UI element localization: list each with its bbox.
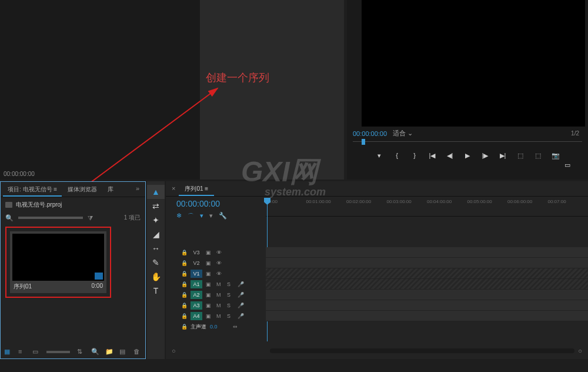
toggle-output-icon[interactable]: ▣ — [206, 271, 213, 277]
track-lane[interactable] — [266, 258, 588, 268]
type-tool-icon[interactable]: T — [147, 284, 165, 298]
fullscreen-icon[interactable]: ▭ — [564, 161, 570, 169]
toggle-output-icon[interactable]: ▣ — [206, 313, 213, 319]
settings-icon[interactable]: ▾ — [209, 212, 213, 221]
toggle-output-icon[interactable]: ▣ — [206, 303, 213, 308]
timeline-timecode[interactable]: 00:00:00:00 — [176, 199, 220, 208]
lock-icon[interactable]: 🔒 — [181, 260, 187, 266]
find-icon[interactable]: 🔍 — [91, 348, 99, 356]
track-header-a2[interactable]: 🔒A2▣MS🎤 — [166, 290, 266, 300]
linked-selection-icon[interactable]: ⌒ — [188, 212, 194, 221]
lock-icon[interactable]: 🔒 — [181, 303, 187, 308]
master-track[interactable]: 🔒主声道0.0⇔ — [166, 321, 266, 332]
track-lane[interactable] — [266, 268, 588, 279]
track-lane[interactable] — [266, 247, 588, 258]
track-header-v1[interactable]: 🔒V1▣👁 — [166, 268, 266, 279]
step-back-icon[interactable]: ◀| — [445, 151, 455, 160]
eye-icon[interactable]: 👁 — [216, 271, 223, 277]
in-point-icon[interactable]: { — [392, 151, 402, 160]
lock-icon[interactable]: 🔒 — [181, 324, 187, 330]
out-point-icon[interactable]: } — [410, 151, 419, 160]
solo-button[interactable]: S — [227, 303, 234, 308]
lock-icon[interactable]: 🔒 — [181, 271, 187, 277]
snap-icon[interactable]: ❄ — [176, 212, 182, 221]
toggle-output-icon[interactable]: ▣ — [206, 250, 213, 255]
track-header-a1[interactable]: 🔒A1▣MS🎤 — [166, 279, 266, 290]
sort-icon[interactable]: ⇅ — [77, 348, 85, 356]
zoom-dropdown[interactable]: 适合 ⌄ — [393, 129, 413, 138]
voice-icon[interactable]: 🎤 — [238, 313, 245, 319]
lift-icon[interactable]: ⬚ — [516, 151, 525, 160]
solo-button[interactable]: S — [227, 313, 234, 319]
filter-bar-icon[interactable] — [18, 217, 83, 219]
go-in-icon[interactable]: |◀ — [427, 151, 437, 160]
step-forward-icon[interactable]: |▶ — [480, 151, 490, 160]
new-item-icon[interactable]: ▤ — [119, 348, 128, 356]
track-lane[interactable] — [266, 300, 588, 311]
solo-button[interactable]: S — [227, 281, 234, 287]
track-header-a3[interactable]: 🔒A3▣MS🎤 — [166, 300, 266, 311]
zoom-in-icon[interactable]: ○ — [578, 347, 582, 354]
toggle-output-icon[interactable]: ▣ — [206, 281, 213, 287]
mute-button[interactable]: M — [216, 292, 223, 298]
view-freeform-icon[interactable]: ▭ — [32, 348, 41, 356]
view-thumbnail-icon[interactable]: ▦ — [4, 348, 12, 356]
zoom-out-icon[interactable]: ○ — [172, 347, 176, 354]
play-icon[interactable]: ▶ — [463, 151, 472, 160]
eye-icon[interactable]: 👁 — [216, 260, 223, 266]
mute-button[interactable]: M — [216, 281, 223, 287]
voice-icon[interactable]: 🎤 — [238, 281, 245, 287]
track-header-v2[interactable]: 🔒V2▣👁 — [166, 258, 266, 268]
markers-icon[interactable]: ▾ — [200, 212, 203, 221]
slip-tool-icon[interactable]: ↔ — [147, 241, 165, 255]
mute-button[interactable]: M — [216, 303, 223, 308]
playhead-marker[interactable] — [362, 139, 365, 145]
marker-icon[interactable]: ▾ — [375, 151, 384, 160]
search-icon[interactable]: 🔍 — [5, 214, 14, 222]
selection-tool-icon[interactable]: ▲ — [147, 185, 165, 199]
program-scrubber[interactable] — [353, 141, 582, 146]
track-lanes[interactable] — [266, 247, 588, 321]
toggle-output-icon[interactable]: ▣ — [206, 260, 213, 266]
track-lane[interactable] — [266, 290, 588, 300]
track-select-tool-icon[interactable]: ⇄ — [147, 199, 165, 213]
sequence-item[interactable]: 序列01 0:00 — [10, 231, 106, 293]
toggle-output-icon[interactable]: ▣ — [206, 292, 213, 298]
view-list-icon[interactable]: ≡ — [18, 348, 26, 356]
solo-button[interactable]: S — [227, 292, 234, 298]
extract-icon[interactable]: ⬚ — [533, 151, 543, 160]
pen-tool-icon[interactable]: ✎ — [147, 255, 165, 270]
track-lane[interactable] — [266, 279, 588, 290]
tab-library[interactable]: 库 — [103, 184, 118, 197]
razor-tool-icon[interactable]: ◢ — [147, 227, 165, 241]
lock-icon[interactable]: 🔒 — [181, 313, 187, 319]
wrench-icon[interactable]: 🔧 — [219, 212, 227, 221]
program-timecode[interactable]: 00:00:00:00 — [353, 130, 387, 137]
ripple-edit-tool-icon[interactable]: ✦ — [147, 213, 165, 227]
filter-icon[interactable]: ⧩ — [88, 214, 93, 222]
mute-button[interactable]: M — [216, 313, 223, 319]
export-frame-icon[interactable]: 📷 — [551, 151, 560, 160]
lock-icon[interactable]: 🔒 — [181, 281, 187, 287]
timeline-ruler[interactable]: 00:00 00:01:00:00 00:02:00:00 00:03:00:0… — [266, 199, 588, 217]
lock-icon[interactable]: 🔒 — [181, 292, 187, 298]
go-out-icon[interactable]: ▶| — [498, 151, 507, 160]
tab-sequence[interactable]: 序列01 ≡ — [179, 183, 214, 196]
voice-icon[interactable]: 🎤 — [238, 292, 245, 298]
tab-overflow-icon[interactable]: » — [132, 184, 143, 197]
track-lane[interactable] — [266, 311, 588, 321]
track-header-v3[interactable]: 🔒V3▣👁 — [166, 247, 266, 258]
master-value[interactable]: 0.0 — [210, 324, 218, 330]
hand-tool-icon[interactable]: ✋ — [147, 270, 165, 284]
delete-icon[interactable]: 🗑 — [133, 348, 142, 356]
eye-icon[interactable]: 👁 — [216, 250, 223, 255]
tab-media-browser[interactable]: 媒体浏览器 — [63, 184, 102, 197]
zoom-slider[interactable] — [46, 351, 70, 353]
track-header-a4[interactable]: 🔒A4▣MS🎤 — [166, 311, 266, 321]
timeline-scrollbar[interactable] — [270, 348, 575, 353]
new-bin-icon[interactable]: 📁 — [105, 348, 113, 356]
lock-icon[interactable]: 🔒 — [181, 250, 187, 255]
tab-project[interactable]: 项目: 电视无信号 ≡ — [3, 184, 62, 197]
voice-icon[interactable]: 🎤 — [238, 303, 245, 308]
expand-icon[interactable]: ⇔ — [233, 324, 238, 330]
